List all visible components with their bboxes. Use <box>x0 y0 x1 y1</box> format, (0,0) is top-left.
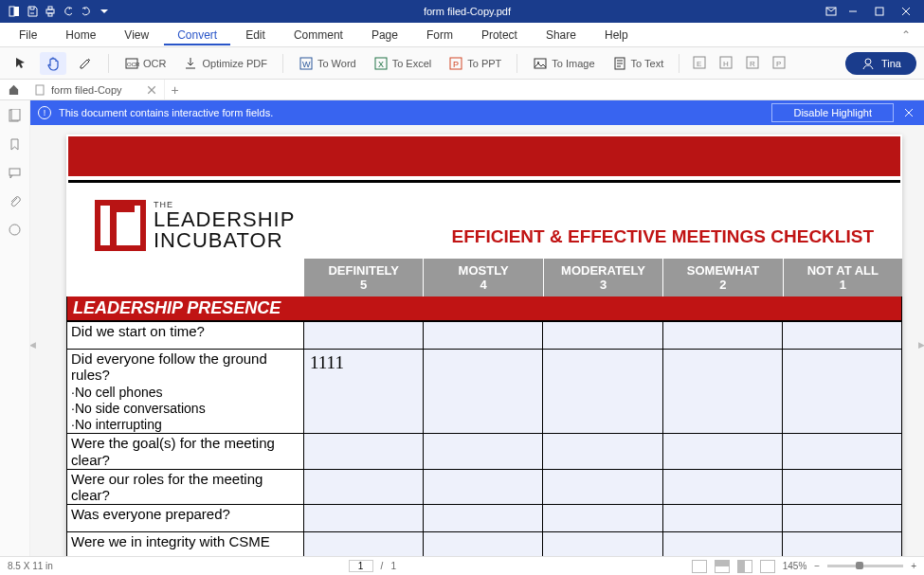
scale-header: DEFINITELY5 MOSTLY4 MODERATELY3 SOMEWHAT… <box>66 259 902 296</box>
mail-icon[interactable] <box>824 6 837 18</box>
user-name: Tina <box>881 58 901 69</box>
ocr-button[interactable]: OCROCR <box>118 52 172 75</box>
collapse-ribbon-icon[interactable]: ⌃ <box>894 27 918 44</box>
view-continuous-icon[interactable] <box>715 560 730 573</box>
to-excel-button[interactable]: XTo Excel <box>368 52 438 75</box>
tab-close-icon[interactable] <box>147 85 156 95</box>
menu-page[interactable]: Page <box>358 25 411 45</box>
page-number-input[interactable] <box>349 560 373 572</box>
qat-dropdown-icon[interactable] <box>98 6 110 18</box>
form-field[interactable] <box>667 533 778 556</box>
app-logo-icon[interactable] <box>8 6 20 18</box>
maximize-button[interactable] <box>869 4 890 19</box>
undo-icon[interactable] <box>62 6 74 18</box>
prev-page-icon[interactable]: ◀ <box>30 129 35 556</box>
menu-help[interactable]: Help <box>591 25 642 45</box>
form-field[interactable] <box>427 323 538 348</box>
edit-tool-icon[interactable] <box>72 52 99 75</box>
tab-home-icon[interactable] <box>0 83 27 96</box>
select-tool-icon[interactable] <box>8 52 34 75</box>
scale-value: 3 <box>544 278 662 292</box>
form-field[interactable] <box>667 350 778 375</box>
svg-rect-38 <box>9 169 20 175</box>
view-single-icon[interactable] <box>692 560 707 573</box>
form-field[interactable] <box>308 323 419 348</box>
thumbnails-icon[interactable] <box>8 108 23 123</box>
left-sidebar <box>0 100 30 556</box>
zoom-in-button[interactable]: + <box>911 561 916 571</box>
print-icon[interactable] <box>44 6 56 18</box>
menu-form[interactable]: Form <box>413 25 466 45</box>
form-field[interactable] <box>667 435 778 459</box>
form-field[interactable] <box>787 435 897 459</box>
to-image-button[interactable]: To Image <box>527 52 600 75</box>
convert-h-icon[interactable]: H <box>716 52 736 75</box>
close-button[interactable] <box>896 4 916 19</box>
menu-bar: File Home View Convert Edit Comment Page… <box>0 23 924 47</box>
section-header: LEADERSHIP PRESENCE <box>66 296 902 321</box>
convert-r-icon[interactable]: R <box>742 52 763 75</box>
form-field[interactable] <box>547 435 658 459</box>
menu-share[interactable]: Share <box>533 25 589 45</box>
optimize-pdf-button[interactable]: Optimize PDF <box>177 52 272 75</box>
banner-close-icon[interactable] <box>901 108 916 117</box>
attachments-icon[interactable] <box>8 193 23 208</box>
form-field[interactable] <box>547 506 658 530</box>
form-field[interactable] <box>787 471 897 495</box>
menu-comment[interactable]: Comment <box>281 25 356 45</box>
document-viewport[interactable]: ◀ ▶ THE LEADERSHIP INCUBATOR EFFICIENT &… <box>30 125 924 556</box>
zoom-out-button[interactable]: − <box>814 561 820 571</box>
next-page-icon[interactable]: ▶ <box>919 129 924 556</box>
menu-view[interactable]: View <box>111 25 162 45</box>
form-field[interactable] <box>308 506 419 530</box>
user-account-button[interactable]: Tina <box>845 52 916 75</box>
minimize-button[interactable] <box>842 4 863 19</box>
chat-icon[interactable] <box>8 222 23 237</box>
zoom-slider[interactable] <box>827 565 903 567</box>
to-ppt-button[interactable]: PTo PPT <box>443 52 507 75</box>
form-field[interactable] <box>308 350 419 375</box>
divider <box>516 54 517 73</box>
form-field[interactable] <box>787 323 897 348</box>
form-field[interactable] <box>308 471 419 495</box>
menu-convert[interactable]: Convert <box>164 25 230 45</box>
convert-e-icon[interactable]: E <box>689 52 710 75</box>
menu-home[interactable]: Home <box>52 25 109 45</box>
form-field[interactable] <box>787 533 897 556</box>
menu-protect[interactable]: Protect <box>468 25 531 45</box>
convert-p-icon[interactable]: P <box>769 52 789 75</box>
disable-highlight-button[interactable]: Disable Highlight <box>771 103 894 122</box>
form-field[interactable] <box>787 350 897 375</box>
form-field[interactable] <box>427 350 538 375</box>
form-field[interactable] <box>787 506 897 530</box>
ocr-label: OCR <box>143 58 166 69</box>
form-field[interactable] <box>308 435 419 459</box>
form-field[interactable] <box>547 323 658 348</box>
redo-icon[interactable] <box>80 6 92 18</box>
form-field[interactable] <box>308 533 419 556</box>
form-field[interactable] <box>667 506 778 530</box>
tab-add-button[interactable]: + <box>165 82 186 98</box>
form-field[interactable] <box>667 323 778 348</box>
to-word-button[interactable]: WTo Word <box>293 52 362 75</box>
tab-document[interactable]: form filed-Copy <box>27 80 165 99</box>
comments-icon[interactable] <box>8 165 23 180</box>
form-field[interactable] <box>547 471 658 495</box>
form-field[interactable] <box>427 471 538 495</box>
form-field[interactable] <box>547 350 658 375</box>
menu-edit[interactable]: Edit <box>232 25 279 45</box>
form-field[interactable] <box>667 471 778 495</box>
bookmarks-icon[interactable] <box>8 136 23 152</box>
form-field[interactable] <box>427 435 538 459</box>
view-facing-continuous-icon[interactable] <box>760 560 775 573</box>
menu-file[interactable]: File <box>6 25 50 45</box>
form-field[interactable] <box>427 533 538 556</box>
save-icon[interactable] <box>26 6 38 18</box>
form-field[interactable] <box>547 533 658 556</box>
hand-tool-icon[interactable] <box>40 52 66 75</box>
table-row: Did we start on time? <box>67 322 902 350</box>
svg-text:W: W <box>302 60 311 69</box>
form-field[interactable] <box>427 506 538 530</box>
view-facing-icon[interactable] <box>737 560 752 573</box>
to-text-button[interactable]: To Text <box>607 52 670 75</box>
